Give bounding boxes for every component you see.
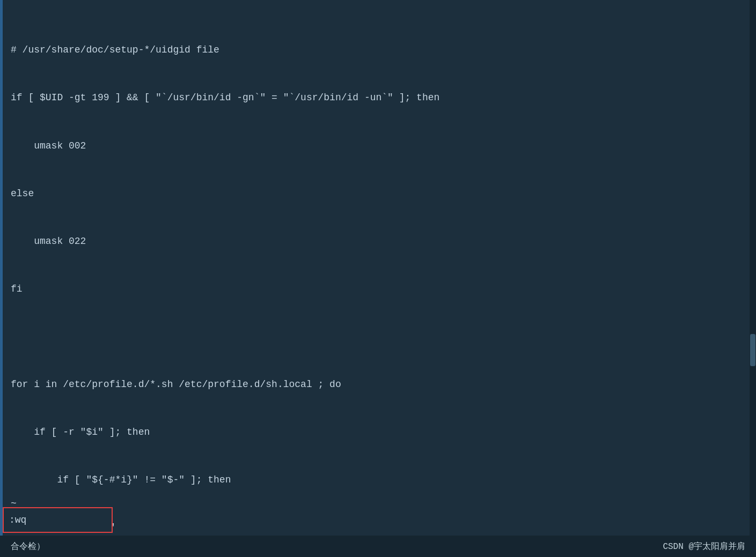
code-line-2: if [ $UID -gt 199 ] && [ "`/usr/bin/id -…	[11, 90, 745, 106]
code-line-3: umask 002	[11, 138, 745, 154]
code-line-10: if [ "${-#*i}" != "$-" ]; then	[11, 472, 745, 488]
code-line-4: else	[11, 186, 745, 202]
command-line-area: ~	[0, 498, 756, 509]
command-input-text: :wq	[9, 515, 26, 525]
left-bar	[0, 0, 3, 557]
code-line-6: fi	[11, 281, 745, 298]
code-line-8: for i in /etc/profile.d/*.sh /etc/profil…	[11, 377, 745, 393]
scrollbar[interactable]	[750, 0, 756, 557]
code-area: # /usr/share/doc/setup-*/uidgid file if …	[11, 5, 745, 557]
bottom-right: CSDN @宇太阳肩并肩	[663, 541, 745, 552]
scrollbar-thumb	[750, 334, 755, 366]
bottom-bar: 合令检） CSDN @宇太阳肩并肩	[0, 536, 756, 557]
terminal: # /usr/share/doc/setup-*/uidgid file if …	[0, 0, 756, 557]
code-line-1: # /usr/share/doc/setup-*/uidgid file	[11, 42, 745, 58]
code-line-5: umask 022	[11, 234, 745, 250]
bottom-center: 合令检）	[11, 541, 45, 552]
command-input-box[interactable]: :wq	[3, 507, 113, 533]
code-line-7	[11, 329, 745, 345]
code-line-9: if [ -r "$i" ]; then	[11, 425, 745, 441]
code-line-11: . "$i"	[11, 520, 745, 536]
